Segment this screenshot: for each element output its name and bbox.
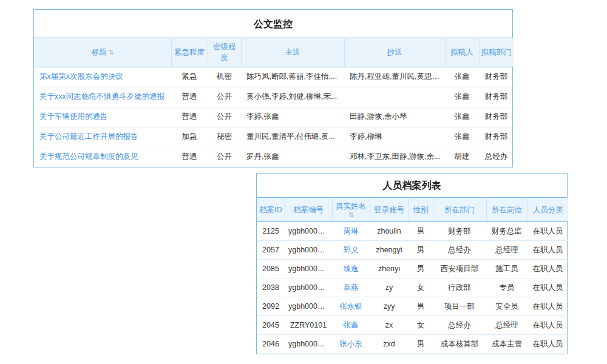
doc-cell-security: 公开 — [208, 87, 241, 107]
doc-cell-dept: 财务部 — [479, 87, 514, 107]
doc-cell-urgency: 紧急 — [171, 67, 208, 87]
table-row: 关于公司最近工作开展的报告 加急 秘密 董川民,董清平,付伟璐,黄... 李婷,… — [34, 127, 514, 147]
doc-cell-cc — [344, 87, 445, 107]
personnel-cell-dept: 西安项目部 — [433, 260, 486, 278]
personnel-cell-category: 在职人员 — [527, 278, 568, 297]
doc-cell-urgency: 普通 — [171, 107, 208, 127]
personnel-cell-position: 安全员 — [486, 297, 527, 316]
doc-cell-main: 李婷,张鑫 — [241, 107, 344, 127]
personnel-cell-gender: 男 — [409, 335, 433, 354]
doc-cell-main: 黄小强,李婷,刘健,柳琳,宋... — [241, 87, 344, 107]
doc-cell-drafter: 张鑫 — [445, 67, 479, 87]
personnel-cell-position: 专员 — [486, 278, 527, 297]
personnel-cell-id: 2125 — [257, 222, 285, 241]
doc-title-link[interactable]: 关于xxx同志临危不惧勇斗歹徒的通报 — [34, 87, 171, 107]
doc-monitor-table: 标题⇅ 紧急程度 密级程度 主送 抄送 拟稿人 拟稿部门 第x届第x次股东会的决… — [34, 38, 514, 167]
personnel-col-login-account: 登录账号 — [370, 198, 409, 222]
personnel-cell-account: zy — [370, 278, 409, 297]
personnel-cell-no: ygbh000068 — [285, 241, 332, 260]
personnel-cell-category: 在职人员 — [527, 260, 568, 278]
doc-cell-drafter: 张鑫 — [445, 107, 479, 127]
doc-monitor-panel: 公文监控 标题⇅ 紧急程度 密级程度 主送 抄送 拟稿人 拟稿部门 第x届第x次… — [33, 9, 513, 167]
personnel-cell-id: 2038 — [257, 278, 285, 297]
doc-cell-drafter: 张鑫 — [445, 127, 479, 147]
doc-cell-main: 董川民,董清平,付伟璐,黄... — [241, 127, 344, 147]
personnel-cell-dept: 总经办 — [433, 316, 486, 335]
doc-cell-cc: 田静,游恢,余小琴 — [344, 107, 445, 127]
doc-col-main-recipients: 主送 — [241, 38, 344, 67]
table-row: 2085 ygbh000111 臻逸 zhenyi 男 西安项目部 施工员 在职… — [257, 260, 568, 278]
doc-col-title[interactable]: 标题⇅ — [34, 38, 171, 67]
personnel-cell-account: zyy — [370, 297, 409, 316]
personnel-cell-no: ygbh000070 — [285, 222, 332, 241]
personnel-cell-dept: 总经办 — [433, 241, 486, 260]
doc-cell-drafter: 张鑫 — [445, 87, 479, 107]
doc-col-drafter: 拟稿人 — [445, 38, 479, 67]
doc-cell-drafter: 胡建 — [445, 147, 479, 167]
doc-col-security: 密级程度 — [208, 38, 241, 67]
personnel-cell-id: 2045 — [257, 316, 285, 335]
doc-cell-main: 罗丹,张鑫 — [241, 147, 344, 167]
table-row: 关于车辆使用的通告 普通 公开 李婷,张鑫 田静,游恢,余小琴 张鑫 财务部 — [34, 107, 514, 127]
doc-cell-cc: 邓林,李卫东,田静,游恢,余... — [344, 147, 445, 167]
personnel-name-link[interactable]: 张小东 — [332, 335, 370, 354]
table-row: 2092 ygbh000104 张永银 zyy 男 项目一部 安全员 在职人员 — [257, 297, 568, 316]
personnel-cell-position: 财务总监 — [486, 222, 527, 241]
personnel-col-department: 所在部门 — [433, 198, 486, 222]
doc-cell-urgency: 普通 — [171, 147, 208, 167]
personnel-cell-account: zxd — [370, 335, 409, 354]
personnel-col-real-name[interactable]: 真实姓名⇅ — [332, 198, 370, 222]
personnel-cell-gender: 男 — [409, 297, 433, 316]
doc-cell-dept: 财务部 — [479, 67, 514, 87]
personnel-cell-no: ygbh000104 — [285, 297, 332, 316]
doc-cell-security: 公开 — [208, 107, 241, 127]
doc-cell-security: 机密 — [208, 67, 241, 87]
table-row: 2046 ygbh000050 张小东 zxd 男 成本核算部 成本主管 在职人… — [257, 335, 568, 354]
personnel-name-link[interactable]: 臻逸 — [332, 260, 370, 278]
personnel-cell-gender: 男 — [409, 260, 433, 278]
personnel-archive-panel: 人员档案列表 档案ID 档案编号 真实姓名⇅ 登录账号 性别 所在部门 所在岗位… — [256, 173, 568, 354]
doc-cell-dept: 总经办 — [479, 147, 514, 167]
personnel-cell-position: 成本主管 — [486, 335, 527, 354]
personnel-archive-table: 档案ID 档案编号 真实姓名⇅ 登录账号 性别 所在部门 所在岗位 人员分类 2… — [257, 198, 568, 354]
personnel-cell-gender: 男 — [409, 241, 433, 260]
doc-cell-security: 公开 — [208, 147, 241, 167]
sort-icon[interactable]: ⇅ — [334, 212, 368, 218]
personnel-cell-category: 在职人员 — [527, 241, 568, 260]
personnel-name-link[interactable]: 郑义 — [332, 241, 370, 260]
doc-col-cc: 抄送 — [344, 38, 445, 67]
doc-col-draft-dept: 拟稿部门 — [479, 38, 514, 67]
doc-title-link[interactable]: 关于规范公司规章制度的意见 — [34, 147, 171, 167]
table-row: 2125 ygbh000070 周琳 zhoulin 男 财务部 财务总监 在职… — [257, 222, 568, 241]
doc-cell-cc: 李婷,柳琳 — [344, 127, 445, 147]
sort-icon[interactable]: ⇅ — [108, 49, 114, 56]
personnel-cell-dept: 行政部 — [433, 278, 486, 297]
doc-cell-dept: 财务部 — [479, 107, 514, 127]
personnel-col-real-name-label: 真实姓名 — [336, 202, 366, 211]
personnel-cell-position: 总经理 — [486, 316, 527, 335]
personnel-cell-id: 2046 — [257, 335, 285, 354]
personnel-col-archive-no: 档案编号 — [285, 198, 332, 222]
personnel-cell-account: zhengyi — [370, 241, 409, 260]
personnel-cell-id: 2092 — [257, 297, 285, 316]
personnel-cell-gender: 女 — [409, 316, 433, 335]
personnel-cell-no: ygbh000050 — [285, 335, 332, 354]
personnel-cell-account: zhoulin — [370, 222, 409, 241]
personnel-cell-account: zx — [370, 316, 409, 335]
doc-title-link[interactable]: 第x届第x次股东会的决议 — [34, 67, 171, 87]
personnel-name-link[interactable]: 张永银 — [332, 297, 370, 316]
personnel-name-link[interactable]: 章燕 — [332, 278, 370, 297]
personnel-archive-title: 人员档案列表 — [257, 174, 567, 198]
personnel-name-link[interactable]: 周琳 — [332, 222, 370, 241]
personnel-cell-id: 2057 — [257, 241, 285, 260]
personnel-cell-dept: 财务部 — [433, 222, 486, 241]
personnel-name-link[interactable]: 张鑫 — [332, 316, 370, 335]
doc-title-link[interactable]: 关于车辆使用的通告 — [34, 107, 171, 127]
personnel-cell-category: 在职人员 — [527, 222, 568, 241]
doc-title-link[interactable]: 关于公司最近工作开展的报告 — [34, 127, 171, 147]
personnel-cell-position: 施工员 — [486, 260, 527, 278]
table-row: 2057 ygbh000068 郑义 zhengyi 男 总经办 总经理 在职人… — [257, 241, 568, 260]
doc-cell-dept: 财务部 — [479, 127, 514, 147]
doc-col-title-label: 标题 — [91, 48, 106, 56]
personnel-cell-no: ygbh000038 — [285, 278, 332, 297]
